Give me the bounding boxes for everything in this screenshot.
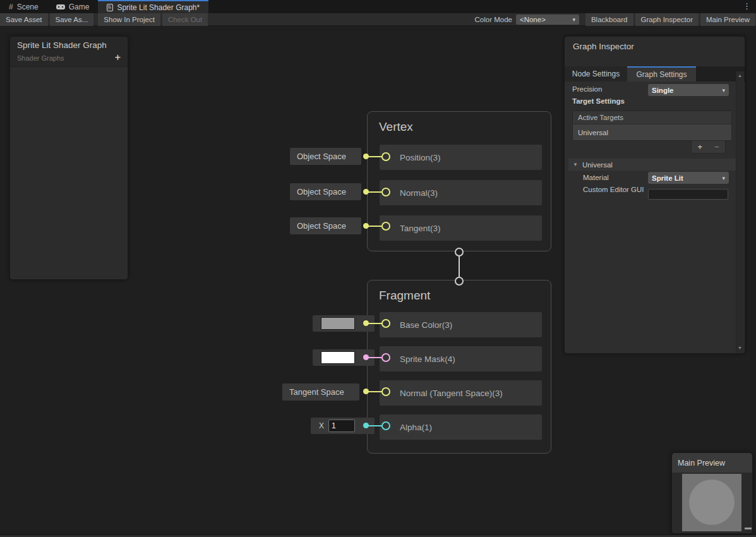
gamepad-icon [56, 4, 65, 9]
chevron-down-icon: ▾ [722, 175, 725, 181]
vertex-fragment-edge [459, 255, 460, 278]
tab-node-settings[interactable]: Node Settings [565, 66, 627, 81]
scroll-up-icon[interactable]: ▲ [738, 73, 742, 78]
universal-foldout[interactable]: ▼ Universal [568, 159, 738, 171]
object-space-tag-normal[interactable]: Object Space [290, 183, 361, 200]
normal-port[interactable] [381, 188, 390, 196]
port-dot[interactable] [363, 154, 369, 159]
scroll-down-icon[interactable]: ▼ [738, 346, 742, 350]
precision-label: Precision [572, 85, 602, 93]
port-dot[interactable] [363, 354, 369, 360]
editor-tab-bar: # Scene Game Sprite Lit Shader Graph* ⋮ [0, 0, 756, 13]
blackboard-toggle-button[interactable]: Blackboard [585, 13, 633, 26]
fragment-node-title: Fragment [379, 289, 430, 303]
material-value: Sprite Lit [652, 174, 683, 182]
target-item-universal[interactable]: Universal [573, 124, 731, 140]
main-preview-title: Main Preview [678, 459, 725, 468]
resize-grip-icon[interactable] [745, 528, 752, 529]
graph-inspector-title: Graph Inspector [573, 42, 634, 51]
color-mode-value: <None> [520, 16, 546, 23]
tab-game-label: Game [69, 3, 90, 11]
object-space-tag-position[interactable]: Object Space [290, 148, 361, 165]
sprite-mask-port[interactable] [381, 353, 390, 362]
base-color-swatch[interactable] [321, 317, 355, 330]
unity-shader-graph-window: # Scene Game Sprite Lit Shader Graph* ⋮ … [0, 0, 756, 537]
normal-tangent-port[interactable] [381, 387, 390, 396]
tab-scene[interactable]: # Scene [0, 0, 47, 13]
vertex-row-tangent[interactable]: Tangent(3) [380, 215, 542, 241]
graph-inspector-panel: Graph Inspector Node Settings Graph Sett… [564, 36, 745, 354]
chevron-down-icon: ▾ [572, 16, 575, 23]
shader-graph-toolbar: Save Asset Save As... Show In Project Ch… [0, 13, 756, 26]
preview-sprite-circle [689, 480, 735, 525]
fragment-row-sprite-mask[interactable]: Sprite Mask(4) [380, 346, 542, 371]
scene-grid-icon: # [9, 3, 13, 11]
tab-shader-graph-label: Sprite Lit Shader Graph* [117, 3, 200, 12]
port-dot[interactable] [363, 189, 369, 195]
precision-value: Single [652, 87, 674, 94]
fragment-in-connector[interactable] [455, 277, 464, 286]
fragment-row-base-color[interactable]: Base Color(3) [380, 312, 542, 337]
target-settings-heading: Target Settings [572, 97, 625, 105]
universal-foldout-label: Universal [582, 161, 613, 169]
object-space-tag-tangent[interactable]: Object Space [290, 217, 361, 234]
vertex-node[interactable]: Vertex Position(3) Normal(3) Tangent(3) [367, 111, 551, 251]
fragment-node[interactable]: Fragment Base Color(3) Sprite Mask(4) No… [367, 280, 551, 454]
save-as-button[interactable]: Save As... [50, 13, 94, 26]
blackboard-panel: Sprite Lit Shader Graph Shader Graphs + [9, 36, 128, 280]
show-in-project-button[interactable]: Show In Project [98, 13, 160, 26]
port-dot[interactable] [363, 320, 369, 326]
port-dot[interactable] [363, 389, 369, 394]
preview-background [682, 474, 741, 531]
inspector-scrollbar[interactable]: ▲ ▼ [736, 71, 744, 353]
remove-target-button[interactable]: − [714, 142, 719, 152]
tab-game[interactable]: Game [47, 0, 99, 13]
add-target-button[interactable]: + [697, 142, 702, 152]
alpha-port[interactable] [381, 421, 390, 430]
precision-dropdown[interactable]: Single ▾ [648, 84, 729, 96]
tangent-port[interactable] [381, 222, 390, 231]
sprite-mask-swatch[interactable] [321, 351, 355, 364]
main-preview-header: Main Preview [672, 453, 752, 473]
vertex-row-position[interactable]: Position(3) [380, 145, 542, 170]
foldout-arrow-icon: ▼ [573, 162, 578, 167]
chevron-down-icon: ▾ [722, 87, 725, 94]
port-dot[interactable] [363, 223, 369, 229]
save-asset-button[interactable]: Save Asset [0, 13, 48, 26]
fragment-row-alpha[interactable]: Alpha(1) [380, 414, 542, 440]
check-out-button: Check Out [162, 13, 208, 26]
tab-graph-settings[interactable]: Graph Settings [627, 66, 696, 81]
object-space-label: Object Space [297, 152, 346, 161]
color-mode-label: Color Mode [475, 16, 512, 23]
material-dropdown[interactable]: Sprite Lit ▾ [648, 172, 729, 184]
tangent-space-label: Tangent Space [289, 387, 344, 397]
targets-add-remove-bar: + − [691, 141, 726, 154]
alpha-value-input[interactable] [328, 419, 355, 432]
blackboard-header: Sprite Lit Shader Graph Shader Graphs + [10, 37, 128, 67]
base-color-port[interactable] [381, 319, 390, 328]
blackboard-title: Sprite Lit Shader Graph [17, 40, 121, 50]
tangent-space-tag[interactable]: Tangent Space [282, 383, 359, 401]
color-mode-dropdown[interactable]: <None> ▾ [516, 15, 579, 25]
active-targets-header: Active Targets [573, 111, 731, 124]
custom-editor-gui-label: Custom Editor GUI [583, 185, 645, 195]
main-preview-body [672, 473, 752, 533]
tab-scene-label: Scene [17, 3, 39, 11]
vertex-row-normal[interactable]: Normal(3) [380, 180, 542, 205]
position-port[interactable] [381, 152, 390, 161]
alpha-x-label: X [319, 421, 324, 430]
vertex-out-connector[interactable] [455, 248, 464, 256]
port-dot[interactable] [363, 423, 369, 428]
tab-shader-graph[interactable]: Sprite Lit Shader Graph* [98, 0, 208, 13]
object-space-label: Object Space [297, 187, 346, 196]
add-property-button[interactable]: + [115, 52, 121, 63]
material-label: Material [583, 174, 609, 181]
inspector-content: Precision Single ▾ Target Settings Activ… [565, 81, 745, 353]
shader-graph-file-icon [107, 4, 113, 11]
graph-inspector-toggle-button[interactable]: Graph Inspector [635, 13, 699, 26]
blackboard-subtitle: Shader Graphs [17, 54, 121, 62]
window-menu-icon[interactable]: ⋮ [743, 1, 751, 11]
fragment-row-normal-tangent[interactable]: Normal (Tangent Space)(3) [380, 380, 542, 406]
main-preview-toggle-button[interactable]: Main Preview [700, 13, 755, 26]
custom-editor-gui-field[interactable] [648, 189, 728, 200]
